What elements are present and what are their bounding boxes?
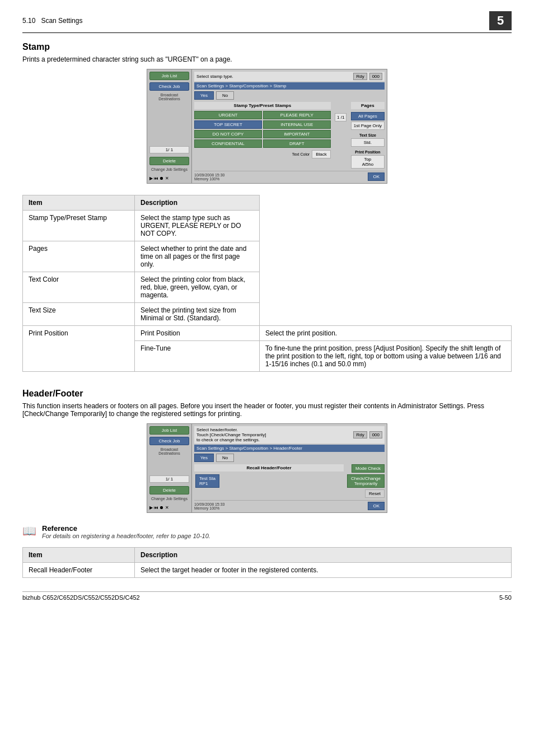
hf-bottom-bar: 10/09/2008 15:33 Memory 100% OK	[194, 500, 385, 510]
stamp-item-3: Text Color	[23, 272, 135, 303]
status-label: Rdy	[353, 73, 367, 80]
header-footer-section: Header/Footer This function inserts head…	[22, 389, 512, 578]
hf-yes-btn[interactable]: Yes	[194, 454, 214, 462]
all-pages-btn[interactable]: All Pages	[351, 112, 385, 120]
hf-recall-area: Recall Header/Footer Test StaRP1	[194, 464, 344, 498]
stamp-item-6-sub: Fine-Tune	[135, 341, 260, 372]
hf-check-change-btn[interactable]: Check/ChangeTemporarily	[347, 474, 385, 488]
stamp-pages-section: Pages All Pages 1st Page Only Text Size …	[351, 102, 385, 169]
table-row: Pages Select whether to print the date a…	[23, 241, 512, 272]
stamp-datetime: 10/09/2008 15:30 Memory 100%	[194, 173, 225, 181]
check-job-btn[interactable]: Check Job	[149, 82, 189, 91]
stamp-yes-btn[interactable]: Yes	[194, 91, 214, 100]
hf-page-indicator: 1/ 1	[149, 475, 189, 483]
stamp-left-panel: Job List Check Job Broadcast Destination…	[147, 69, 192, 183]
job-list-btn[interactable]: Job List	[149, 72, 189, 80]
hf-recall-title: Recall Header/Footer	[194, 464, 344, 472]
hf-left-panel: Job List Check Job Broadcast Destination…	[147, 424, 192, 512]
hf-prompt: Select header/footer. Touch [Check/Chang…	[196, 427, 266, 442]
stamp-heading: Stamp	[22, 42, 512, 52]
hf-desc-1: Select the target header or footer in th…	[135, 563, 512, 578]
stamp-desc-2: Select whether to print the date and tim…	[135, 241, 260, 272]
hf-mode-check-btn[interactable]: Mode Check	[352, 464, 385, 473]
reference-text: For details on registering a header/foot…	[42, 533, 210, 539]
stamp-btn-important[interactable]: IMPORTANT	[263, 130, 331, 138]
table-row: Text Color Select the printing color fro…	[23, 272, 512, 303]
text-color-btn[interactable]: Black	[312, 150, 331, 158]
hf-no-btn[interactable]: No	[216, 454, 234, 462]
reference-title: Reference	[42, 524, 210, 533]
table-row: Print Position Print Position Select the…	[23, 326, 512, 341]
stamp-btn-top-secret[interactable]: TOP SECRET	[194, 120, 262, 129]
page-header: 5.10 Scan Settings 5	[22, 11, 512, 33]
stamp-machine-screen: Job List Check Job Broadcast Destination…	[147, 69, 387, 184]
hf-status-label: Rdy	[353, 431, 367, 438]
stamp-status: Rdy 000	[353, 73, 382, 80]
destinations-label: Broadcast Destinations	[149, 93, 189, 101]
first-page-only-btn[interactable]: 1st Page Only	[351, 122, 385, 130]
hf-ok-btn[interactable]: OK	[368, 502, 385, 510]
hf-job-list-btn[interactable]: Job List	[149, 426, 189, 435]
section-number: 5.10	[22, 17, 35, 25]
stamp-section-title-right: Pages	[351, 102, 385, 109]
hf-reset-btn[interactable]: Reset	[365, 489, 385, 498]
status-code: 000	[369, 73, 382, 80]
stamp-item-2: Pages	[23, 241, 135, 272]
table-row: Text Size Select the printing text size …	[23, 303, 512, 326]
section-title: Scan Settings	[41, 17, 82, 25]
hf-check-job-btn[interactable]: Check Job	[149, 437, 189, 445]
page-number-badge: 5	[489, 11, 512, 30]
hf-right-buttons: Mode Check Check/ChangeTemporarily Reset	[347, 464, 385, 498]
stamp-item-4: Text Size	[23, 303, 135, 326]
stamp-desc-5: Select the print position.	[260, 326, 512, 341]
text-size-value-btn[interactable]: Std.	[351, 138, 385, 147]
stamp-btn-internal-use[interactable]: INTERNAL USE	[263, 120, 331, 129]
hf-test-btn[interactable]: Test StaRP1	[195, 474, 219, 488]
footer-page-number: 5-50	[499, 594, 512, 601]
text-color-label: Text Color	[292, 152, 310, 156]
hf-table: Item Description Recall Header/Footer Se…	[22, 547, 512, 578]
stamp-ok-btn[interactable]: OK	[368, 172, 385, 181]
hf-yes-no: Yes No	[194, 454, 385, 462]
header-footer-description: This function inserts headers or footers…	[22, 402, 512, 418]
stamp-btn-urgent[interactable]: URGENT	[194, 111, 262, 119]
stamp-btn-draft[interactable]: DRAFT	[263, 139, 331, 148]
stamp-desc-6: To fine-tune the print position, press […	[260, 341, 512, 372]
hf-change-job-label: Change Job Settings	[149, 497, 189, 501]
table-row: Stamp Type/Preset Stamp Select the stamp…	[23, 211, 512, 241]
hf-table-col2-header: Description	[135, 548, 512, 563]
bottom-icons: ▶⏮⏺✕	[149, 176, 189, 181]
stamp-bottom-bar: 10/09/2008 15:30 Memory 100% OK	[194, 171, 385, 181]
stamp-item-5-sub: Print Position	[135, 326, 260, 341]
stamp-buttons-grid: URGENT PLEASE REPLY TOP SECRET INTERNAL …	[194, 111, 331, 148]
hf-breadcrumb: Scan Settings > Stamp/Composition > Head…	[194, 445, 385, 452]
page-indicator: 1/ 1	[149, 146, 189, 153]
delete-btn[interactable]: Delete	[149, 157, 189, 165]
hf-status-code: 000	[369, 431, 382, 438]
hf-delete-btn[interactable]: Delete	[149, 486, 189, 494]
stamp-desc-3: Select the printing color from black, re…	[135, 272, 260, 303]
reference-content: Reference For details on registering a h…	[42, 524, 210, 539]
stamp-top-bar: Select stamp type. Rdy 000	[194, 72, 385, 81]
stamp-grid-area: Stamp Type/Preset Stamps URGENT PLEASE R…	[194, 102, 331, 169]
stamp-page-counter-area: 1 /1	[333, 102, 349, 169]
footer-product-name: bizhub C652/C652DS/C552/C552DS/C452	[22, 594, 140, 601]
stamp-btn-do-not-copy[interactable]: DO NOT COPY	[194, 130, 262, 138]
stamp-prompt: Select stamp type.	[196, 74, 233, 79]
stamp-page-counter: 1 /1	[335, 113, 346, 122]
stamp-item-5-label: Print Position	[23, 326, 135, 372]
stamp-btn-please-reply[interactable]: PLEASE REPLY	[263, 111, 331, 119]
stamp-table: Item Description Stamp Type/Preset Stamp…	[22, 195, 512, 372]
stamp-yes-no: Yes No	[194, 91, 385, 100]
text-color-section: Text Color Black	[194, 150, 331, 158]
stamp-btn-confidential[interactable]: CONFIDENTIAL	[194, 139, 262, 148]
reference-box: 📖 Reference For details on registering a…	[22, 524, 512, 539]
hf-main-area: Recall Header/Footer Test StaRP1 Mode Ch…	[194, 464, 385, 498]
stamp-no-btn[interactable]: No	[216, 91, 234, 100]
stamp-section-title-left: Stamp Type/Preset Stamps	[194, 102, 331, 109]
header-footer-machine-screen: Job List Check Job Broadcast Destination…	[147, 423, 387, 513]
change-job-label: Change Job Settings	[149, 167, 189, 171]
hf-item-1: Recall Header/Footer	[23, 563, 135, 578]
print-position-value-btn[interactable]: TopAl5ho	[351, 155, 385, 169]
stamp-description: Prints a predetermined character string …	[22, 55, 512, 63]
